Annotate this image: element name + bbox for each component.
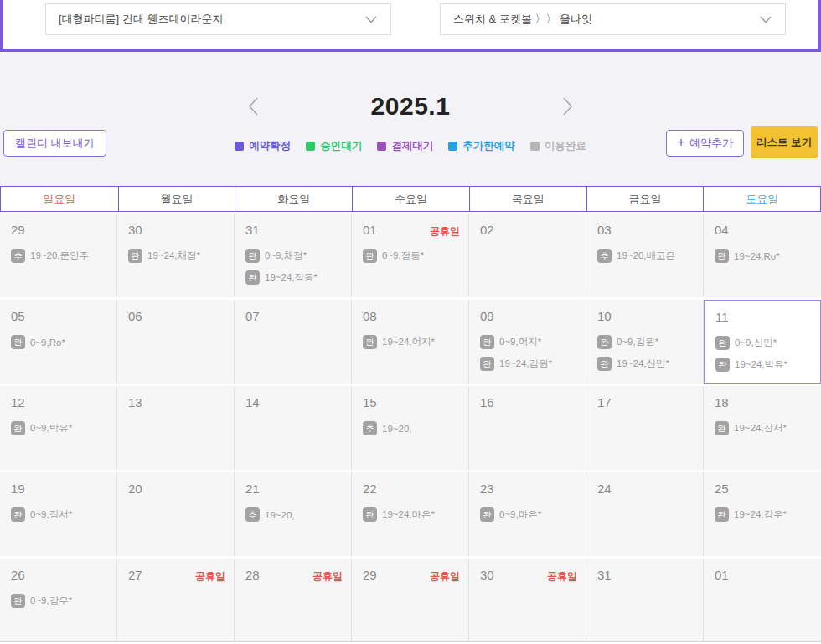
day-cell-01[interactable]: 01공휴일완0~9,정동*: [352, 214, 469, 297]
reservation-entry[interactable]: 완19~24,여지*: [363, 335, 460, 349]
day-cell-06[interactable]: 06: [117, 300, 235, 384]
reservation-text: 0~9,마은*: [499, 508, 541, 521]
reservation-list: 완19~24,장서*: [715, 421, 813, 435]
day-cell-14[interactable]: 14: [235, 386, 352, 470]
reservation-entry[interactable]: 완19~24,강우*: [715, 507, 813, 522]
reservation-entry[interactable]: 완19~24,Ro*: [715, 249, 813, 263]
reservation-text: 0~9,신민*: [735, 337, 777, 349]
day-cell-20[interactable]: 20: [117, 472, 235, 556]
reservation-text: 19~24,정동*: [265, 271, 318, 284]
item-select[interactable]: 스위치 & 포켓볼 〉〉 올나잇: [440, 3, 786, 35]
reservation-text: 19~20,배고은: [617, 250, 675, 262]
reservation-list: 완19~24,여지*: [363, 335, 460, 349]
day-cell-19[interactable]: 19완0~9,장서*: [0, 472, 117, 556]
list-view-button[interactable]: 리스트 보기: [751, 126, 818, 158]
reservation-list: 완0~9,마은*: [480, 507, 577, 522]
reservation-entry[interactable]: 추19~20,배고은: [597, 249, 694, 263]
legend-item: 이용완료: [530, 139, 586, 153]
next-month-button[interactable]: [559, 93, 576, 120]
day-cell-01[interactable]: 01: [704, 559, 821, 642]
day-cell-05[interactable]: 05완0~9,Ro*: [0, 300, 117, 384]
day-cell-30[interactable]: 30공휴일: [469, 559, 586, 642]
status-badge: 완: [245, 270, 260, 285]
day-cell-31[interactable]: 31완0~9,채정*완19~24,정동*: [235, 214, 352, 297]
reservation-entry[interactable]: 완0~9,채정*: [245, 249, 343, 263]
legend-swatch: [448, 142, 457, 151]
day-cell-22[interactable]: 22완19~24,마은*: [352, 472, 469, 556]
reservation-list: 완0~9,신민*완19~24,박유*: [715, 336, 812, 372]
date-number: 03: [597, 223, 612, 237]
reservation-entry[interactable]: 완19~24,마은*: [363, 507, 460, 522]
day-cell-15[interactable]: 15추19~20,: [352, 386, 469, 470]
weekday-cell-4: 목요일: [469, 187, 586, 211]
day-cell-28[interactable]: 28공휴일: [235, 559, 352, 642]
reservation-entry[interactable]: 완0~9,신민*: [715, 336, 812, 350]
reservation-list: 완0~9,장서*: [11, 507, 108, 522]
legend-item: 승인대기: [306, 139, 362, 153]
day-cell-25[interactable]: 25완19~24,강우*: [704, 472, 821, 556]
day-cell-31[interactable]: 31: [586, 559, 704, 642]
chevron-down-icon: [760, 16, 772, 23]
day-cell-04[interactable]: 04완19~24,Ro*: [704, 214, 821, 297]
reservation-entry[interactable]: 추19~20,문인주: [11, 249, 108, 263]
reservation-entry[interactable]: 완0~9,여지*: [480, 335, 577, 349]
reservation-entry[interactable]: 완0~9,정동*: [363, 249, 460, 263]
reservation-entry[interactable]: 완19~24,신민*: [597, 357, 694, 371]
status-badge: 완: [363, 507, 377, 522]
status-badge: 완: [11, 594, 25, 608]
day-cell-08[interactable]: 08완19~24,여지*: [352, 300, 469, 384]
reservation-entry[interactable]: 완0~9,마은*: [480, 507, 577, 522]
day-cell-10[interactable]: 10완0~9,김원*완19~24,신민*: [586, 300, 704, 384]
date-number: 18: [715, 395, 729, 410]
day-cell-13[interactable]: 13: [117, 386, 235, 470]
day-cell-03[interactable]: 03추19~20,배고은: [586, 214, 704, 297]
day-cell-27[interactable]: 27공휴일: [117, 559, 235, 642]
legend-swatch: [235, 142, 244, 151]
reservation-entry[interactable]: 완0~9,김원*: [597, 335, 694, 349]
day-cell-18[interactable]: 18완19~24,장서*: [704, 386, 821, 470]
reservation-entry[interactable]: 완0~9,장서*: [11, 507, 108, 522]
reservation-list: 완19~24,강우*: [715, 507, 813, 522]
holiday-label: 공휴일: [547, 569, 577, 584]
reservation-entry[interactable]: 추19~20,: [363, 421, 460, 435]
reservation-entry[interactable]: 완0~9,박유*: [11, 421, 108, 435]
add-reservation-label: 예약추가: [689, 136, 733, 151]
day-cell-09[interactable]: 09완0~9,여지*완19~24,김원*: [469, 300, 586, 384]
reservation-entry[interactable]: 완19~24,김원*: [480, 357, 577, 371]
add-reservation-button[interactable]: + 예약추가: [666, 130, 744, 157]
reservation-entry[interactable]: 완19~24,박유*: [715, 358, 812, 372]
reservation-entry[interactable]: 완0~9,강우*: [11, 594, 108, 608]
date-number: 09: [480, 309, 494, 323]
room-select[interactable]: [대형파티룸] 건대 웬즈데이라운지: [45, 3, 391, 35]
weekday-cell-1: 월요일: [118, 187, 235, 211]
day-cell-26[interactable]: 26완0~9,강우*: [0, 559, 117, 642]
day-cell-21[interactable]: 21추19~20,: [235, 472, 352, 556]
room-select-value: [대형파티룸] 건대 웬즈데이라운지: [59, 12, 223, 27]
day-cell-24[interactable]: 24: [586, 472, 704, 556]
day-cell-29[interactable]: 29공휴일: [352, 559, 469, 642]
day-cell-12[interactable]: 12완0~9,박유*: [0, 386, 117, 470]
reservation-entry[interactable]: 완19~24,정동*: [245, 270, 343, 285]
weekday-cell-5: 금요일: [586, 187, 704, 211]
day-cell-16[interactable]: 16: [469, 386, 586, 470]
legend-label: 추가한예약: [462, 139, 515, 153]
reservation-entry[interactable]: 완19~24,장서*: [715, 421, 813, 435]
weekday-cell-6: 토요일: [703, 187, 820, 211]
day-cell-17[interactable]: 17: [586, 386, 704, 470]
day-cell-30[interactable]: 30완19~24,채정*: [117, 214, 235, 297]
day-cell-11[interactable]: 11완0~9,신민*완19~24,박유*: [704, 300, 821, 384]
day-cell-02[interactable]: 02: [469, 214, 586, 297]
reservation-entry[interactable]: 완19~24,채정*: [128, 249, 225, 263]
prev-month-button[interactable]: [245, 93, 262, 120]
reservation-entry[interactable]: 추19~20,: [245, 507, 343, 522]
reservation-text: 19~20,문인주: [30, 250, 89, 262]
reservation-entry[interactable]: 완0~9,Ro*: [11, 335, 108, 349]
day-cell-07[interactable]: 07: [235, 300, 352, 384]
reservation-text: 19~24,신민*: [617, 358, 669, 370]
calendar-week-row: 12완0~9,박유*131415추19~20,161718완19~24,장서*: [0, 386, 821, 470]
date-number: 13: [128, 395, 142, 410]
day-cell-29[interactable]: 29추19~20,문인주: [0, 214, 117, 297]
date-number: 08: [363, 309, 377, 323]
date-number: 14: [245, 395, 260, 410]
day-cell-23[interactable]: 23완0~9,마은*: [469, 472, 586, 556]
